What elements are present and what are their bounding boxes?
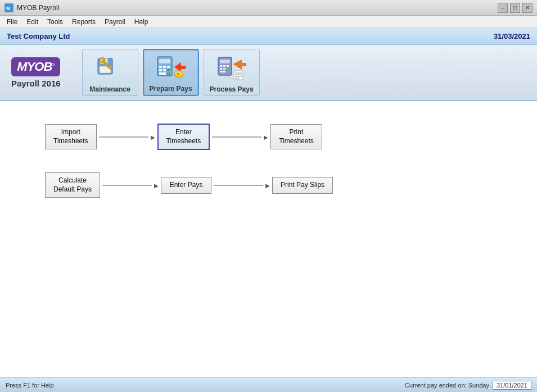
myob-logo-area: MYOB® Payroll 2016 <box>11 57 61 88</box>
svg-text:M: M <box>6 6 11 11</box>
enter-pays-button[interactable]: Enter Pays <box>161 177 211 194</box>
print-pay-slips-button[interactable]: Print Pay Slips <box>272 177 333 194</box>
company-bar: Test Company Ltd 31/03/2021 <box>0 28 537 45</box>
svg-rect-16 <box>159 72 166 75</box>
company-name: Test Company Ltd <box>7 32 70 40</box>
svg-rect-31 <box>227 71 229 72</box>
myob-logo-text: MYOB <box>17 60 52 74</box>
calculate-default-pays-button[interactable]: CalculateDefault Pays <box>45 172 100 198</box>
title-bar: M MYOB Payroll – □ ✕ <box>0 0 537 16</box>
menu-payroll[interactable]: Payroll <box>100 16 130 28</box>
minimize-button[interactable]: – <box>498 3 508 13</box>
svg-rect-9 <box>159 59 170 63</box>
menu-bar: File Edit Tools Reports Payroll Help <box>0 16 537 28</box>
menu-help[interactable]: Help <box>130 16 153 28</box>
svg-rect-26 <box>227 65 229 67</box>
svg-rect-25 <box>223 65 225 67</box>
menu-file[interactable]: File <box>2 16 22 28</box>
svg-rect-29 <box>227 68 229 70</box>
menu-tools[interactable]: Tools <box>43 16 67 28</box>
maximize-button[interactable]: □ <box>510 3 520 13</box>
status-bar: Press F1 for Help Current pay ended on: … <box>0 377 537 392</box>
svg-rect-33 <box>234 71 243 80</box>
current-pay-date: 31/01/2021 <box>493 381 531 390</box>
main-content: ImportTimesheets EnterTimesheets PrintTi… <box>0 101 537 377</box>
svg-rect-12 <box>167 66 170 68</box>
nav-maintenance[interactable]: Maintenance <box>82 49 138 96</box>
help-text: Press F1 for Help <box>6 382 54 389</box>
myob-logo: MYOB® <box>11 57 60 76</box>
toolbar: MYOB® Payroll 2016 Maintenance <box>0 45 537 101</box>
svg-rect-10 <box>159 66 162 68</box>
svg-rect-17 <box>167 72 170 75</box>
pays-flow: CalculateDefault Pays Enter Pays Print P… <box>45 172 492 198</box>
prepare-pays-label: Prepare Pays <box>150 85 192 93</box>
window-controls: – □ ✕ <box>498 3 533 13</box>
app-icon: M <box>4 3 13 12</box>
maintenance-label: Maintenance <box>89 85 130 93</box>
print-timesheets-button[interactable]: PrintTimesheets <box>270 124 322 149</box>
prepare-pays-icon: $ <box>156 53 186 83</box>
myob-subtitle: Payroll 2016 <box>11 79 61 88</box>
maintenance-icon <box>96 54 125 83</box>
import-timesheets-button[interactable]: ImportTimesheets <box>45 124 97 149</box>
svg-rect-15 <box>167 69 170 71</box>
current-pay-label: Current pay ended on: Sunday <box>405 382 489 389</box>
timesheets-flow: ImportTimesheets EnterTimesheets PrintTi… <box>45 124 492 150</box>
company-date: 31/03/2021 <box>494 32 530 40</box>
svg-rect-28 <box>223 68 225 70</box>
svg-marker-32 <box>233 60 246 70</box>
myob-trademark: ® <box>52 62 55 67</box>
close-button[interactable]: ✕ <box>522 3 533 13</box>
nav-process-pays[interactable]: Process Pays <box>204 49 260 96</box>
enter-timesheets-button[interactable]: EnterTimesheets <box>157 124 210 150</box>
svg-rect-11 <box>163 66 166 68</box>
app-title: MYOB Payroll <box>17 4 498 12</box>
svg-rect-23 <box>220 60 230 63</box>
menu-reports[interactable]: Reports <box>67 16 100 28</box>
nav-prepare-pays[interactable]: $ Prepare Pays <box>143 49 199 96</box>
flow-section: ImportTimesheets EnterTimesheets PrintTi… <box>11 112 526 209</box>
svg-rect-27 <box>220 68 222 70</box>
menu-edit[interactable]: Edit <box>22 16 43 28</box>
svg-rect-24 <box>220 65 222 67</box>
current-pay-info: Current pay ended on: Sunday 31/01/2021 <box>405 381 531 390</box>
svg-rect-14 <box>163 69 166 71</box>
process-pays-label: Process Pays <box>210 85 254 93</box>
svg-rect-30 <box>220 71 225 72</box>
process-pays-icon <box>217 54 246 83</box>
svg-rect-13 <box>159 69 162 71</box>
